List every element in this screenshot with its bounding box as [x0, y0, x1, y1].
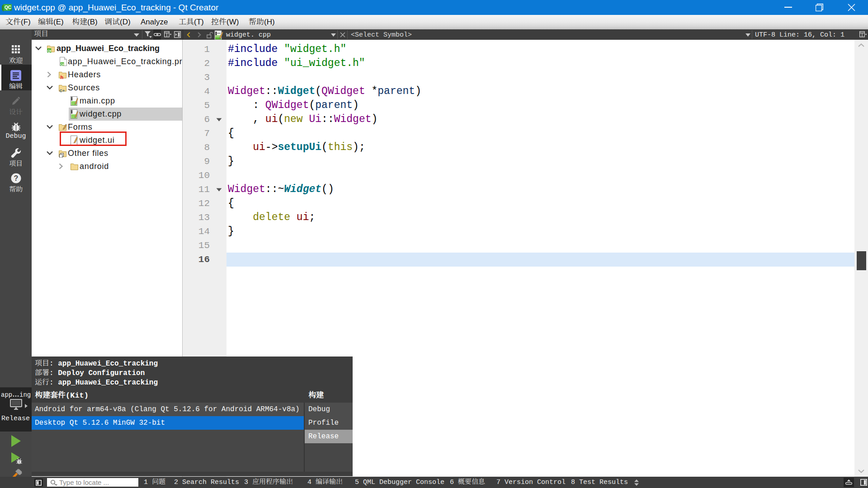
svg-text:Qt: Qt	[61, 63, 64, 66]
svg-text:?: ?	[14, 174, 19, 182]
svg-text:C+: C+	[60, 89, 65, 93]
svg-text:h: h	[61, 75, 64, 80]
svg-text:Qt: Qt	[47, 49, 52, 53]
svg-text:QC: QC	[5, 5, 11, 10]
